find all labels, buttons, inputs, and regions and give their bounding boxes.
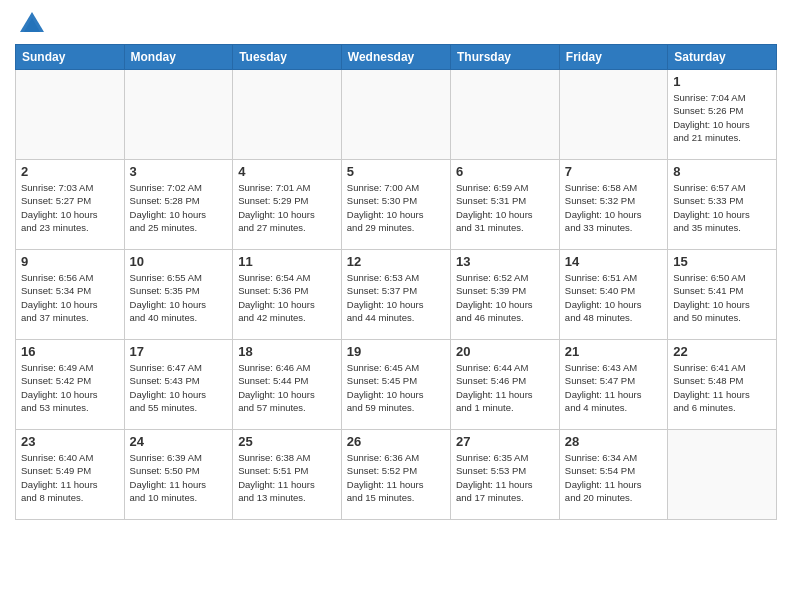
day-number: 1 <box>673 74 771 89</box>
day-number: 6 <box>456 164 554 179</box>
calendar-cell: 16Sunrise: 6:49 AM Sunset: 5:42 PM Dayli… <box>16 340 125 430</box>
calendar-cell: 11Sunrise: 6:54 AM Sunset: 5:36 PM Dayli… <box>233 250 342 340</box>
day-number: 23 <box>21 434 119 449</box>
day-number: 9 <box>21 254 119 269</box>
page: SundayMondayTuesdayWednesdayThursdayFrid… <box>0 0 792 535</box>
weekday-header-wednesday: Wednesday <box>341 45 450 70</box>
day-info: Sunrise: 6:39 AM Sunset: 5:50 PM Dayligh… <box>130 451 228 504</box>
calendar-cell: 10Sunrise: 6:55 AM Sunset: 5:35 PM Dayli… <box>124 250 233 340</box>
week-row-1: 2Sunrise: 7:03 AM Sunset: 5:27 PM Daylig… <box>16 160 777 250</box>
calendar-cell <box>668 430 777 520</box>
day-info: Sunrise: 6:58 AM Sunset: 5:32 PM Dayligh… <box>565 181 662 234</box>
calendar-cell: 26Sunrise: 6:36 AM Sunset: 5:52 PM Dayli… <box>341 430 450 520</box>
calendar-cell: 24Sunrise: 6:39 AM Sunset: 5:50 PM Dayli… <box>124 430 233 520</box>
day-info: Sunrise: 6:38 AM Sunset: 5:51 PM Dayligh… <box>238 451 336 504</box>
calendar-cell: 2Sunrise: 7:03 AM Sunset: 5:27 PM Daylig… <box>16 160 125 250</box>
calendar-cell: 9Sunrise: 6:56 AM Sunset: 5:34 PM Daylig… <box>16 250 125 340</box>
calendar-cell: 12Sunrise: 6:53 AM Sunset: 5:37 PM Dayli… <box>341 250 450 340</box>
day-info: Sunrise: 6:36 AM Sunset: 5:52 PM Dayligh… <box>347 451 445 504</box>
week-row-4: 23Sunrise: 6:40 AM Sunset: 5:49 PM Dayli… <box>16 430 777 520</box>
day-number: 21 <box>565 344 662 359</box>
logo <box>15 10 46 38</box>
weekday-header-tuesday: Tuesday <box>233 45 342 70</box>
day-info: Sunrise: 6:41 AM Sunset: 5:48 PM Dayligh… <box>673 361 771 414</box>
calendar-cell: 4Sunrise: 7:01 AM Sunset: 5:29 PM Daylig… <box>233 160 342 250</box>
day-info: Sunrise: 6:34 AM Sunset: 5:54 PM Dayligh… <box>565 451 662 504</box>
day-number: 11 <box>238 254 336 269</box>
day-number: 27 <box>456 434 554 449</box>
calendar-cell: 27Sunrise: 6:35 AM Sunset: 5:53 PM Dayli… <box>451 430 560 520</box>
calendar-cell <box>451 70 560 160</box>
calendar-cell: 13Sunrise: 6:52 AM Sunset: 5:39 PM Dayli… <box>451 250 560 340</box>
day-info: Sunrise: 6:56 AM Sunset: 5:34 PM Dayligh… <box>21 271 119 324</box>
calendar-cell <box>341 70 450 160</box>
day-info: Sunrise: 6:54 AM Sunset: 5:36 PM Dayligh… <box>238 271 336 324</box>
day-info: Sunrise: 6:51 AM Sunset: 5:40 PM Dayligh… <box>565 271 662 324</box>
weekday-header-sunday: Sunday <box>16 45 125 70</box>
day-number: 20 <box>456 344 554 359</box>
calendar-cell: 22Sunrise: 6:41 AM Sunset: 5:48 PM Dayli… <box>668 340 777 430</box>
day-number: 2 <box>21 164 119 179</box>
calendar-cell: 3Sunrise: 7:02 AM Sunset: 5:28 PM Daylig… <box>124 160 233 250</box>
day-info: Sunrise: 7:03 AM Sunset: 5:27 PM Dayligh… <box>21 181 119 234</box>
calendar-cell: 6Sunrise: 6:59 AM Sunset: 5:31 PM Daylig… <box>451 160 560 250</box>
week-row-2: 9Sunrise: 6:56 AM Sunset: 5:34 PM Daylig… <box>16 250 777 340</box>
calendar-cell: 19Sunrise: 6:45 AM Sunset: 5:45 PM Dayli… <box>341 340 450 430</box>
day-number: 8 <box>673 164 771 179</box>
day-number: 10 <box>130 254 228 269</box>
week-row-3: 16Sunrise: 6:49 AM Sunset: 5:42 PM Dayli… <box>16 340 777 430</box>
day-number: 16 <box>21 344 119 359</box>
day-number: 4 <box>238 164 336 179</box>
calendar-cell: 18Sunrise: 6:46 AM Sunset: 5:44 PM Dayli… <box>233 340 342 430</box>
day-info: Sunrise: 6:44 AM Sunset: 5:46 PM Dayligh… <box>456 361 554 414</box>
calendar-cell: 28Sunrise: 6:34 AM Sunset: 5:54 PM Dayli… <box>559 430 667 520</box>
calendar-cell <box>233 70 342 160</box>
calendar-cell: 20Sunrise: 6:44 AM Sunset: 5:46 PM Dayli… <box>451 340 560 430</box>
day-info: Sunrise: 6:59 AM Sunset: 5:31 PM Dayligh… <box>456 181 554 234</box>
day-info: Sunrise: 6:43 AM Sunset: 5:47 PM Dayligh… <box>565 361 662 414</box>
calendar-cell <box>16 70 125 160</box>
day-number: 3 <box>130 164 228 179</box>
calendar-cell: 15Sunrise: 6:50 AM Sunset: 5:41 PM Dayli… <box>668 250 777 340</box>
calendar-cell: 23Sunrise: 6:40 AM Sunset: 5:49 PM Dayli… <box>16 430 125 520</box>
calendar-cell: 14Sunrise: 6:51 AM Sunset: 5:40 PM Dayli… <box>559 250 667 340</box>
day-info: Sunrise: 6:50 AM Sunset: 5:41 PM Dayligh… <box>673 271 771 324</box>
day-info: Sunrise: 6:57 AM Sunset: 5:33 PM Dayligh… <box>673 181 771 234</box>
day-info: Sunrise: 6:40 AM Sunset: 5:49 PM Dayligh… <box>21 451 119 504</box>
day-number: 18 <box>238 344 336 359</box>
weekday-header-row: SundayMondayTuesdayWednesdayThursdayFrid… <box>16 45 777 70</box>
calendar-cell: 5Sunrise: 7:00 AM Sunset: 5:30 PM Daylig… <box>341 160 450 250</box>
calendar-table: SundayMondayTuesdayWednesdayThursdayFrid… <box>15 44 777 520</box>
logo-icon <box>18 10 46 38</box>
day-number: 28 <box>565 434 662 449</box>
weekday-header-thursday: Thursday <box>451 45 560 70</box>
day-number: 17 <box>130 344 228 359</box>
day-number: 15 <box>673 254 771 269</box>
weekday-header-friday: Friday <box>559 45 667 70</box>
day-info: Sunrise: 7:01 AM Sunset: 5:29 PM Dayligh… <box>238 181 336 234</box>
day-info: Sunrise: 6:55 AM Sunset: 5:35 PM Dayligh… <box>130 271 228 324</box>
day-info: Sunrise: 7:04 AM Sunset: 5:26 PM Dayligh… <box>673 91 771 144</box>
day-number: 5 <box>347 164 445 179</box>
day-number: 19 <box>347 344 445 359</box>
calendar-cell: 21Sunrise: 6:43 AM Sunset: 5:47 PM Dayli… <box>559 340 667 430</box>
day-number: 7 <box>565 164 662 179</box>
day-info: Sunrise: 6:47 AM Sunset: 5:43 PM Dayligh… <box>130 361 228 414</box>
calendar-cell: 25Sunrise: 6:38 AM Sunset: 5:51 PM Dayli… <box>233 430 342 520</box>
day-number: 26 <box>347 434 445 449</box>
calendar-cell: 1Sunrise: 7:04 AM Sunset: 5:26 PM Daylig… <box>668 70 777 160</box>
calendar-cell: 8Sunrise: 6:57 AM Sunset: 5:33 PM Daylig… <box>668 160 777 250</box>
day-info: Sunrise: 6:35 AM Sunset: 5:53 PM Dayligh… <box>456 451 554 504</box>
day-info: Sunrise: 6:53 AM Sunset: 5:37 PM Dayligh… <box>347 271 445 324</box>
day-number: 24 <box>130 434 228 449</box>
calendar-cell <box>559 70 667 160</box>
day-number: 13 <box>456 254 554 269</box>
day-info: Sunrise: 7:00 AM Sunset: 5:30 PM Dayligh… <box>347 181 445 234</box>
day-number: 25 <box>238 434 336 449</box>
day-info: Sunrise: 6:49 AM Sunset: 5:42 PM Dayligh… <box>21 361 119 414</box>
calendar-cell: 17Sunrise: 6:47 AM Sunset: 5:43 PM Dayli… <box>124 340 233 430</box>
day-number: 22 <box>673 344 771 359</box>
calendar-cell: 7Sunrise: 6:58 AM Sunset: 5:32 PM Daylig… <box>559 160 667 250</box>
day-info: Sunrise: 6:45 AM Sunset: 5:45 PM Dayligh… <box>347 361 445 414</box>
weekday-header-monday: Monday <box>124 45 233 70</box>
